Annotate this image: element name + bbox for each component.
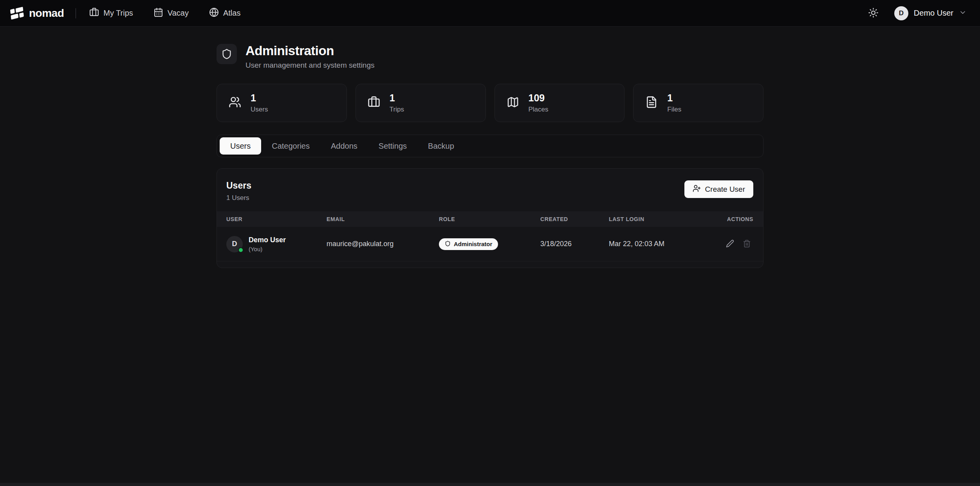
page-subtitle: User management and system settings (245, 61, 375, 70)
users-icon (229, 96, 241, 110)
stat-value: 109 (529, 93, 549, 104)
stat-value: 1 (251, 93, 268, 104)
shield-icon (445, 241, 451, 248)
nav-item-label: Vacay (168, 9, 189, 18)
create-user-label: Create User (705, 185, 745, 194)
nav-divider (76, 8, 76, 18)
tab-addons[interactable]: Addons (320, 137, 368, 155)
user-row-email: maurice@pakulat.org (327, 240, 439, 248)
stat-card-places: 109 Places (495, 84, 625, 122)
trash-icon (743, 239, 751, 249)
nomad-logo-mark-icon (9, 5, 26, 21)
stat-card-files: 1 Files (633, 84, 763, 122)
page-title: Administration (245, 44, 375, 58)
nav-item-my-trips[interactable]: My Trips (89, 7, 133, 19)
user-name: Demo User (914, 9, 953, 18)
user-row-you-label: (You) (249, 246, 286, 252)
globe-icon (209, 7, 219, 19)
bottom-edge-strip (0, 483, 980, 486)
online-status-dot (238, 247, 244, 253)
column-header-created: Created (540, 216, 609, 222)
page-header: Administration User management and syste… (217, 44, 763, 70)
stat-card-users: 1 Users (217, 84, 347, 122)
panel-count: 1 Users (226, 194, 251, 202)
tab-users[interactable]: Users (220, 137, 261, 155)
map-icon (507, 96, 519, 110)
stats-row: 1 Users 1 Trips 109 Places (217, 84, 763, 122)
nav-item-atlas[interactable]: Atlas (209, 7, 240, 19)
briefcase-icon (368, 96, 380, 110)
column-header-user: User (226, 216, 327, 222)
edit-icon (726, 239, 734, 249)
top-navbar: nomad My Trips Vacay Atlas (0, 0, 980, 27)
main-content: Administration User management and syste… (217, 27, 763, 268)
tab-backup[interactable]: Backup (417, 137, 465, 155)
stat-card-trips: 1 Trips (356, 84, 486, 122)
stat-value: 1 (390, 93, 404, 104)
users-panel: Users 1 Users Create User User Email Rol… (217, 168, 763, 268)
shield-icon (217, 44, 237, 64)
tab-categories[interactable]: Categories (261, 137, 320, 155)
delete-user-button[interactable] (740, 237, 753, 251)
avatar: D (894, 6, 908, 20)
column-header-actions: Actions (702, 216, 753, 222)
tab-settings[interactable]: Settings (368, 137, 417, 155)
user-row-name: Demo User (249, 236, 286, 244)
role-badge: Administrator (439, 238, 498, 250)
brand-logo[interactable]: nomad (10, 6, 64, 20)
sun-icon (868, 7, 879, 19)
stat-label: Trips (390, 106, 404, 113)
role-badge-label: Administrator (454, 241, 492, 247)
panel-title: Users (226, 180, 251, 191)
calendar-icon (153, 7, 163, 19)
avatar: D (226, 236, 243, 252)
stat-value: 1 (667, 93, 681, 104)
create-user-button[interactable]: Create User (684, 180, 753, 198)
admin-tabs: Users Categories Addons Settings Backup (217, 135, 763, 157)
table-row: D Demo User (You) maurice@pakulat.org Ad… (217, 227, 763, 261)
stat-label: Places (529, 106, 549, 113)
file-text-icon (645, 96, 658, 110)
user-row-created: 3/18/2026 (540, 240, 609, 248)
stat-label: Users (251, 106, 268, 113)
brand-name: nomad (29, 7, 64, 20)
chevron-down-icon (959, 9, 967, 18)
nav-item-label: Atlas (223, 9, 240, 18)
column-header-role: Role (439, 216, 540, 222)
nav-item-label: My Trips (103, 9, 133, 18)
edit-user-button[interactable] (724, 237, 736, 251)
briefcase-icon (89, 7, 99, 19)
user-plus-icon (693, 184, 701, 194)
theme-toggle-button[interactable] (868, 7, 879, 19)
column-header-last-login: Last login (609, 216, 702, 222)
stat-label: Files (667, 106, 681, 113)
table-header-row: User Email Role Created Last login Actio… (217, 211, 763, 227)
user-menu[interactable]: D Demo User (894, 6, 967, 20)
user-row-last-login: Mar 22, 02:03 AM (609, 240, 702, 248)
nav-item-vacay[interactable]: Vacay (153, 7, 189, 19)
column-header-email: Email (327, 216, 439, 222)
